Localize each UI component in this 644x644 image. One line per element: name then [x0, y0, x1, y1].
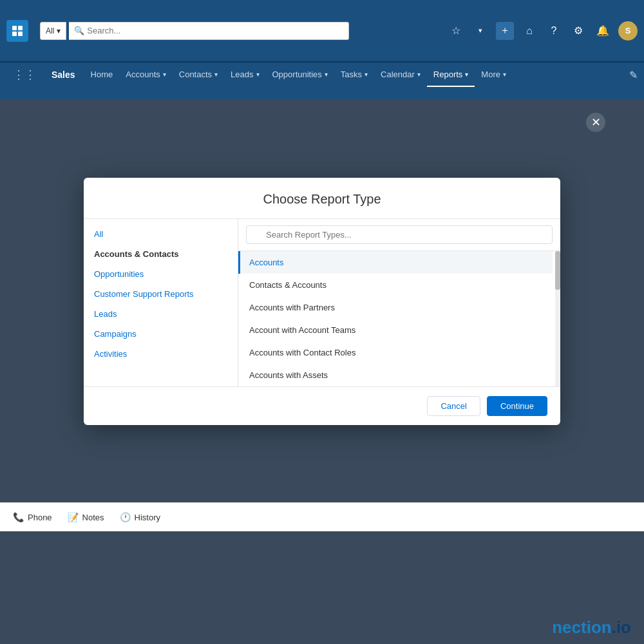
nav-bar: ⋮⋮ Sales HomeAccounts▾Contacts▾Leads▾Opp… [0, 61, 644, 87]
nav-chevron-icon: ▾ [214, 71, 218, 78]
top-icon-bar: ☆ ▾ ＋ ⌂ ? ⚙ 🔔 S [447, 21, 638, 41]
app-logo [6, 20, 28, 42]
nav-edit-icon[interactable]: ✎ [629, 62, 638, 87]
svg-rect-1 [18, 26, 23, 30]
category-item-campaigns[interactable]: Campaigns [84, 324, 238, 344]
modal-header: Choose Report Type [84, 178, 560, 219]
nav-chevron-icon: ▾ [365, 71, 368, 78]
search-report-wrap: 🔍 [238, 219, 560, 251]
svg-rect-2 [12, 32, 17, 36]
nav-item-reports[interactable]: Reports▾ [427, 62, 475, 87]
report-category-list: AllAccounts & ContactsOpportunitiesCusto… [84, 219, 238, 386]
notes-icon: 📝 [68, 512, 79, 522]
nav-label: Tasks [341, 70, 362, 79]
category-item-leads[interactable]: Leads [84, 304, 238, 324]
nav-item-accounts[interactable]: Accounts▾ [119, 62, 172, 87]
report-items-list: AccountsContacts & AccountsAccounts with… [238, 251, 560, 386]
nav-chevron-icon: ▾ [256, 71, 260, 78]
choose-report-type-modal: Choose Report Type AllAccounts & Contact… [84, 178, 560, 425]
history-icon: 🕐 [120, 512, 131, 522]
nav-label: Opportunities [272, 70, 322, 79]
nav-label: Leads [231, 70, 253, 79]
home-icon[interactable]: ⌂ [520, 22, 538, 40]
star-icon[interactable]: ☆ [447, 22, 465, 40]
category-item-accounts--contacts[interactable]: Accounts & Contacts [84, 244, 238, 264]
search-scope-dropdown[interactable]: All ▾ [40, 22, 66, 40]
report-item-contacts-&-accounts[interactable]: Contacts & Accounts [238, 274, 553, 296]
nav-label: More [481, 70, 500, 79]
nav-item-home[interactable]: Home [84, 62, 120, 87]
phone-tab[interactable]: 📞 Phone [13, 512, 52, 522]
app-name: Sales [43, 62, 84, 87]
category-item-customer-support-reports[interactable]: Customer Support Reports [84, 284, 238, 304]
help-icon[interactable]: ? [545, 22, 563, 40]
bottom-bar: 📞 Phone 📝 Notes 🕐 History [0, 502, 644, 531]
category-item-opportunities[interactable]: Opportunities [84, 264, 238, 284]
nav-label: Reports [433, 70, 463, 79]
category-item-activities[interactable]: Activities [84, 344, 238, 364]
nav-label: Contacts [179, 70, 212, 79]
nav-label: Calendar [381, 70, 415, 79]
user-avatar[interactable]: S [618, 21, 638, 41]
nav-chevron-icon: ▾ [465, 71, 468, 78]
nav-chevron-icon: ▾ [503, 71, 506, 78]
svg-rect-3 [18, 32, 23, 36]
chevron-down-icon: ▾ [57, 26, 61, 35]
svg-rect-0 [12, 26, 17, 30]
search-report-input[interactable] [246, 225, 553, 244]
modal-footer: Cancel Continue [84, 386, 560, 425]
modal-body: AllAccounts & ContactsOpportunitiesCusto… [84, 219, 560, 386]
nav-chevron-icon: ▾ [417, 71, 421, 78]
category-item-all[interactable]: All [84, 224, 238, 244]
report-item-accounts-with-assets[interactable]: Accounts with Assets [238, 364, 553, 386]
report-item-account-with-account-teams[interactable]: Account with Account Teams [238, 319, 553, 341]
report-item-accounts-with-contact-roles[interactable]: Accounts with Contact Roles [238, 341, 553, 364]
global-search-bar: All ▾ 🔍 [40, 22, 349, 40]
nav-item-leads[interactable]: Leads▾ [224, 62, 265, 87]
continue-button[interactable]: Continue [487, 396, 547, 416]
cancel-button[interactable]: Cancel [427, 396, 480, 416]
nav-label: Accounts [126, 70, 160, 79]
bell-icon[interactable]: 🔔 [594, 22, 612, 40]
search-input[interactable] [87, 26, 343, 35]
close-modal-button[interactable]: ✕ [586, 113, 605, 132]
report-type-panel: 🔍 AccountsContacts & AccountsAccounts wi… [238, 219, 560, 386]
history-tab[interactable]: 🕐 History [120, 512, 160, 522]
main-overlay: ✕ Choose Report Type AllAccounts & Conta… [0, 100, 644, 502]
report-item-accounts-with-partners[interactable]: Accounts with Partners [238, 296, 553, 319]
watermark-area: nection.io [0, 531, 644, 644]
search-magnify-icon: 🔍 [74, 26, 84, 35]
add-button[interactable]: ＋ [496, 22, 514, 40]
brand-logo: nection.io [552, 618, 631, 638]
nav-item-tasks[interactable]: Tasks▾ [334, 62, 374, 87]
notes-tab[interactable]: 📝 Notes [68, 512, 104, 522]
nav-label: Home [91, 70, 113, 79]
nav-item-more[interactable]: More▾ [475, 62, 513, 87]
settings-icon[interactable]: ⚙ [569, 22, 587, 40]
nav-chevron-icon: ▾ [325, 71, 328, 78]
phone-icon: 📞 [13, 512, 24, 522]
phone-label: Phone [28, 513, 52, 522]
search-scope-label: All [46, 26, 54, 35]
history-label: History [135, 513, 160, 522]
nav-item-contacts[interactable]: Contacts▾ [173, 62, 224, 87]
app-launcher-icon[interactable]: ⋮⋮ [6, 62, 43, 87]
modal-title: Choose Report Type [99, 192, 545, 207]
nav-chevron-icon: ▾ [163, 71, 166, 78]
report-item-accounts[interactable]: Accounts [238, 251, 553, 274]
nav-item-calendar[interactable]: Calendar▾ [374, 62, 427, 87]
nav-item-opportunities[interactable]: Opportunities▾ [266, 62, 334, 87]
dropdown-arrow-icon[interactable]: ▾ [471, 22, 489, 40]
notes-label: Notes [82, 513, 104, 522]
